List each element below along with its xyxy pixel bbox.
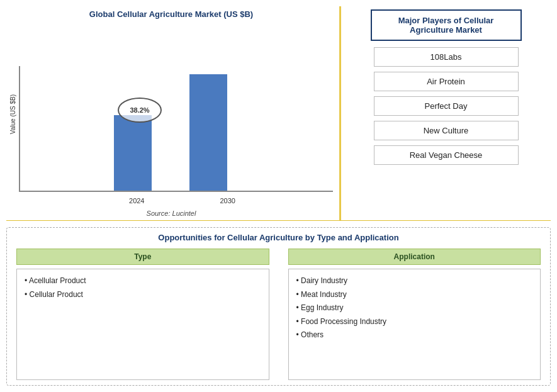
major-players-area: Major Players of Cellular Agriculture Ma…: [341, 6, 551, 220]
type-item-1: Acellular Product: [25, 274, 261, 288]
type-item-2: Cellular Product: [25, 288, 261, 302]
chart-content: 38.2% 2024 2030: [19, 66, 333, 204]
player-air-protein: Air Protein: [374, 72, 519, 91]
chart-body: Value (US $B) 38.2% 2024 2030: [9, 24, 333, 204]
annotation-label: 38.2%: [118, 98, 162, 123]
y-axis-label: Value (US $B): [9, 94, 16, 134]
app-item-food-processing: Food Processing Industry: [296, 315, 533, 329]
horizontal-divider: [6, 220, 551, 221]
chart-area: Global Cellular Agriculture Market (US $…: [6, 6, 340, 220]
bars-container: 38.2%: [19, 66, 333, 192]
source-text: Source: Lucintel: [9, 210, 333, 217]
bar-group-2024: [114, 115, 152, 191]
bottom-section: Opportunities for Cellular Agriculture b…: [6, 227, 551, 386]
top-section: Global Cellular Agriculture Market (US $…: [6, 6, 551, 220]
player-real-vegan-cheese: Real Vegan Cheese: [374, 145, 519, 165]
bar-label-2024: 2024: [129, 197, 144, 204]
type-column: Type Acellular Product Cellular Product: [16, 249, 269, 380]
major-players-title: Major Players of Cellular Agriculture Ma…: [371, 9, 522, 41]
application-column-header: Application: [288, 249, 541, 265]
player-108labs: 108Labs: [374, 47, 519, 67]
app-item-egg: Egg Industry: [296, 301, 533, 315]
main-container: Global Cellular Agriculture Market (US $…: [0, 0, 557, 392]
bottom-columns: Type Acellular Product Cellular Product …: [16, 249, 541, 380]
app-item-dairy: Dairy Industry: [296, 274, 533, 288]
player-perfect-day: Perfect Day: [374, 96, 519, 116]
bar-2024: [114, 115, 152, 191]
type-column-header: Type: [16, 249, 269, 265]
application-column: Application Dairy Industry Meat Industry…: [288, 249, 541, 380]
bar-label-2030: 2030: [220, 197, 235, 204]
application-column-content: Dairy Industry Meat Industry Egg Industr…: [288, 269, 541, 380]
bottom-title: Opportunities for Cellular Agriculture b…: [16, 233, 541, 242]
bar-group-2030: [189, 74, 227, 191]
app-item-others: Others: [296, 328, 533, 342]
bar-2030: [189, 74, 227, 191]
chart-title: Global Cellular Agriculture Market (US $…: [9, 9, 333, 19]
player-new-culture: New Culture: [374, 121, 519, 140]
app-item-meat: Meat Industry: [296, 288, 533, 302]
type-column-content: Acellular Product Cellular Product: [16, 269, 269, 380]
